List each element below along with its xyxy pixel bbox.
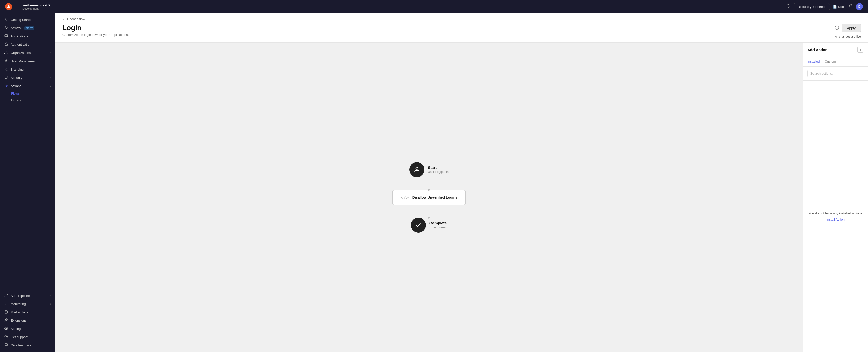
docs-link[interactable]: 📄 Docs xyxy=(833,5,845,8)
flow-canvas[interactable]: Start User Logged In </> Disallow Unveri… xyxy=(55,43,803,352)
action-node[interactable]: </> Disallow Unverified Logins xyxy=(392,190,466,205)
project-info[interactable]: verify-email-test ▾ Development xyxy=(22,3,50,10)
sidebar-item-give-feedback[interactable]: Give feedback xyxy=(0,341,55,350)
start-sublabel: User Logged In xyxy=(428,170,448,174)
sidebar-item-label: Activity xyxy=(10,26,21,30)
sidebar-item-branding[interactable]: Branding › xyxy=(0,65,55,73)
svg-marker-10 xyxy=(5,84,7,87)
extensions-icon xyxy=(4,318,8,323)
docs-icon: 📄 xyxy=(833,5,837,8)
sidebar-item-label: Organizations xyxy=(10,51,31,55)
svg-marker-3 xyxy=(5,18,7,21)
sidebar-item-label: Marketplace xyxy=(10,310,28,314)
chevron-icon: › xyxy=(51,52,51,54)
settings-icon xyxy=(4,327,8,331)
avatar[interactable]: D xyxy=(856,3,863,10)
flow-area: Start User Logged In </> Disallow Unveri… xyxy=(55,43,868,352)
sidebar-item-getting-started[interactable]: Getting Started xyxy=(0,15,55,24)
sidebar-item-activity[interactable]: Activity FIRST xyxy=(0,24,55,32)
sidebar-item-authentication[interactable]: Authentication › xyxy=(0,40,55,49)
flow-diagram: Start User Logged In </> Disallow Unveri… xyxy=(392,162,466,233)
sidebar-item-monitoring[interactable]: Monitoring › xyxy=(0,300,55,308)
search-actions-container xyxy=(803,67,868,81)
sidebar-item-label: Give feedback xyxy=(10,344,31,347)
svg-point-9 xyxy=(5,60,7,61)
applications-icon xyxy=(4,34,8,38)
sidebar-item-actions[interactable]: Actions ∨ xyxy=(0,82,55,90)
live-status: All changes are live xyxy=(835,35,861,38)
sidebar-item-label: Extensions xyxy=(10,319,27,322)
start-circle xyxy=(409,162,425,177)
right-panel-tabs: Installed Custom xyxy=(803,57,868,67)
discuss-needs-button[interactable]: Discuss your needs xyxy=(794,3,830,10)
sidebar-sub-item-library[interactable]: Library xyxy=(0,97,55,104)
flow-arrow-2 xyxy=(429,205,429,218)
sidebar-bottom: Auth Pipeline › Monitoring › M xyxy=(0,289,55,350)
action-label: Disallow Unverified Logins xyxy=(412,195,457,199)
sidebar-item-label: Applications xyxy=(10,34,28,38)
sidebar: Getting Started Activity FIRST Applicati… xyxy=(0,13,55,352)
monitoring-icon xyxy=(4,302,8,306)
search-icon[interactable] xyxy=(786,4,791,9)
chevron-icon: › xyxy=(51,35,51,38)
project-name[interactable]: verify-email-test ▾ xyxy=(22,3,50,7)
complete-sublabel: Token Issued xyxy=(430,226,447,229)
sidebar-item-label: User Management xyxy=(10,59,37,63)
tab-installed[interactable]: Installed xyxy=(807,57,819,66)
sidebar-item-extensions[interactable]: Extensions xyxy=(0,316,55,325)
sidebar-item-label: Actions xyxy=(10,84,21,88)
sidebar-item-organizations[interactable]: Organizations › xyxy=(0,49,55,57)
complete-circle xyxy=(411,218,426,233)
sidebar-item-get-support[interactable]: Get support xyxy=(0,333,55,341)
chevron-icon: › xyxy=(51,60,51,63)
project-chevron: ▾ xyxy=(49,3,50,7)
page-title: Login xyxy=(62,24,129,32)
svg-rect-4 xyxy=(4,35,7,37)
right-panel: Add Action + Installed Custom You do not… xyxy=(803,43,868,352)
topnav: verify-email-test ▾ Development Discuss … xyxy=(0,0,868,13)
page-title-row: Login Customize the login flow for your … xyxy=(62,24,861,42)
marketplace-icon xyxy=(4,310,8,314)
breadcrumb-label: Choose flow xyxy=(67,17,85,21)
sidebar-item-label: Auth Pipeline xyxy=(10,294,30,297)
sidebar-item-applications[interactable]: Applications › xyxy=(0,32,55,40)
code-icon: </> xyxy=(401,195,409,200)
notifications-icon[interactable] xyxy=(848,4,853,9)
authentication-icon xyxy=(4,42,8,47)
logo[interactable] xyxy=(5,3,12,10)
sidebar-item-auth-pipeline[interactable]: Auth Pipeline › xyxy=(0,291,55,300)
feedback-icon xyxy=(4,343,8,348)
search-actions-input[interactable] xyxy=(807,69,864,77)
svg-point-8 xyxy=(5,51,6,53)
apply-button[interactable]: Apply xyxy=(842,24,861,32)
sidebar-item-label: Settings xyxy=(10,327,22,331)
back-arrow-icon: ← xyxy=(62,17,66,21)
first-badge: FIRST xyxy=(24,26,34,30)
chevron-down-icon: ∨ xyxy=(50,85,51,87)
sidebar-item-label: Security xyxy=(10,76,22,79)
security-icon xyxy=(4,75,8,80)
complete-node[interactable]: Complete Token Issued xyxy=(411,218,447,233)
install-action-link[interactable]: Install Action xyxy=(826,218,845,221)
start-node[interactable]: Start User Logged In xyxy=(409,162,448,177)
svg-rect-7 xyxy=(5,44,7,45)
sidebar-item-marketplace[interactable]: Marketplace xyxy=(0,308,55,316)
user-management-icon xyxy=(4,59,8,63)
sidebar-sub-item-flows[interactable]: Flows xyxy=(0,90,55,97)
flow-arrow-1 xyxy=(429,177,429,190)
add-action-button[interactable]: + xyxy=(858,47,864,53)
page-subtitle: Customize the login flow for your applic… xyxy=(62,33,129,37)
clock-icon[interactable] xyxy=(835,25,839,31)
sidebar-item-label: Authentication xyxy=(10,43,31,46)
sidebar-item-settings[interactable]: Settings xyxy=(0,325,55,333)
sidebar-item-security[interactable]: Security › xyxy=(0,73,55,82)
sidebar-item-label: Monitoring xyxy=(10,302,26,306)
svg-point-17 xyxy=(5,328,6,329)
empty-text: You do not have any installed actions xyxy=(808,212,862,215)
breadcrumb[interactable]: ← Choose flow xyxy=(62,17,861,21)
tab-custom[interactable]: Custom xyxy=(825,57,836,66)
chevron-icon: › xyxy=(51,76,51,79)
sidebar-item-user-management[interactable]: User Management › xyxy=(0,57,55,65)
project-env: Development xyxy=(22,7,50,10)
activity-icon xyxy=(4,26,8,30)
